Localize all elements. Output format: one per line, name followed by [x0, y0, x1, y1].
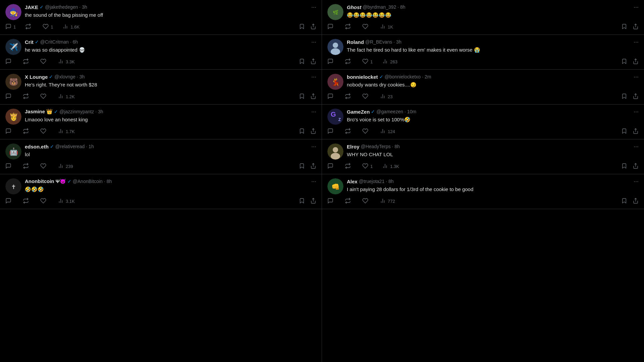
views-action[interactable]: 23: [380, 93, 392, 100]
more-button[interactable]: ···: [634, 74, 639, 80]
bookmark-icon: [299, 58, 305, 65]
retweet-action[interactable]: [345, 58, 353, 65]
retweet-icon: [345, 93, 351, 100]
bookmark-action[interactable]: [299, 93, 305, 100]
retweet-action[interactable]: [23, 93, 31, 100]
reply-action[interactable]: [327, 58, 335, 65]
views-action[interactable]: 1.7K: [58, 128, 75, 135]
share-action[interactable]: [633, 128, 639, 135]
more-button[interactable]: ···: [311, 109, 316, 115]
retweet-action[interactable]: [25, 23, 33, 31]
retweet-icon: [345, 23, 351, 31]
like-action[interactable]: [40, 198, 48, 205]
share-action[interactable]: [633, 93, 639, 100]
views-icon: [58, 93, 64, 100]
retweet-action[interactable]: [345, 198, 353, 205]
share-action[interactable]: [310, 163, 316, 170]
more-button[interactable]: ···: [634, 109, 639, 115]
bookmark-action[interactable]: [299, 128, 305, 135]
more-button[interactable]: ···: [634, 143, 639, 149]
views-action[interactable]: 1K: [380, 23, 393, 31]
tweet-header: 🐻 X Lounge ✓ @xlovnge · 3h ··· He's righ…: [5, 74, 316, 90]
tweet-xlounge: 🐻 X Lounge ✓ @xlovnge · 3h ··· He's righ…: [0, 70, 322, 105]
bookmark-action[interactable]: [621, 58, 627, 65]
bookmark-action[interactable]: [621, 163, 627, 170]
share-action[interactable]: [310, 93, 316, 100]
bookmark-action[interactable]: [299, 163, 305, 170]
avatar: 🧙: [5, 4, 21, 20]
bookmark-action[interactable]: [621, 128, 627, 135]
like-action[interactable]: [362, 198, 370, 205]
reply-action[interactable]: [327, 23, 335, 31]
views-action[interactable]: 1.6K: [62, 23, 79, 31]
like-action[interactable]: [40, 163, 48, 170]
reply-action[interactable]: [327, 163, 335, 170]
reply-action[interactable]: [5, 58, 13, 65]
share-action[interactable]: [633, 23, 639, 31]
views-action[interactable]: 3.1K: [58, 198, 75, 205]
like-action[interactable]: [40, 58, 48, 65]
share-action[interactable]: [633, 198, 639, 205]
more-button[interactable]: ···: [311, 178, 316, 184]
retweet-action[interactable]: [23, 163, 31, 170]
views-action[interactable]: 3.3K: [58, 58, 75, 65]
more-button[interactable]: ···: [311, 4, 316, 10]
tweet-content: nobody wants dry cookies....😏: [347, 81, 639, 89]
reply-action[interactable]: [327, 198, 335, 205]
views-action[interactable]: 772: [380, 198, 395, 205]
share-action[interactable]: [633, 163, 639, 170]
handle: @truejota21: [359, 179, 384, 184]
bookmark-action[interactable]: [299, 58, 305, 65]
reply-action[interactable]: [327, 128, 335, 135]
like-action[interactable]: [362, 23, 370, 31]
more-button[interactable]: ···: [634, 178, 639, 184]
share-icon: [633, 163, 639, 170]
reply-action[interactable]: [5, 198, 13, 205]
share-action[interactable]: [633, 58, 639, 65]
retweet-action[interactable]: [23, 58, 31, 65]
more-button[interactable]: ···: [634, 4, 639, 10]
username: Crit: [25, 39, 34, 45]
like-action[interactable]: [362, 93, 370, 100]
like-action[interactable]: [362, 128, 370, 135]
bookmark-action[interactable]: [299, 23, 305, 31]
retweet-action[interactable]: [23, 198, 31, 205]
reply-action[interactable]: [5, 93, 13, 100]
tweet-content: He's right. They're not worth $28: [25, 81, 316, 89]
views-action[interactable]: 1.3K: [382, 163, 399, 170]
share-action[interactable]: [310, 128, 316, 135]
like-action[interactable]: 1: [43, 23, 53, 31]
more-button[interactable]: ···: [311, 143, 316, 149]
retweet-action[interactable]: [23, 128, 31, 135]
bookmark-action[interactable]: [621, 198, 627, 205]
bookmark-action[interactable]: [621, 23, 627, 31]
like-action[interactable]: 1: [362, 58, 373, 65]
bookmark-action[interactable]: [621, 93, 627, 100]
views-action[interactable]: 263: [382, 58, 397, 65]
retweet-action[interactable]: [345, 23, 353, 31]
like-icon: [362, 198, 368, 205]
like-action[interactable]: 1: [362, 163, 373, 170]
more-button[interactable]: ···: [634, 39, 639, 45]
retweet-action[interactable]: [345, 93, 353, 100]
avatar: [327, 143, 343, 160]
more-button[interactable]: ···: [311, 74, 316, 80]
reply-action[interactable]: 1: [5, 23, 16, 31]
reply-action[interactable]: [327, 93, 335, 100]
reply-action[interactable]: [5, 163, 13, 170]
retweet-action[interactable]: [345, 128, 353, 135]
bookmark-action[interactable]: [299, 198, 305, 205]
retweet-action[interactable]: [345, 163, 353, 170]
tweet-time: 3h: [79, 74, 85, 79]
views-action[interactable]: 239: [58, 163, 73, 170]
like-action[interactable]: [40, 93, 48, 100]
views-action[interactable]: 124: [380, 128, 395, 135]
more-button[interactable]: ···: [311, 39, 316, 45]
tweet-top-row: Crit ✓ @CritCritman · 6h ···: [25, 39, 316, 45]
like-action[interactable]: [40, 128, 48, 135]
share-action[interactable]: [310, 58, 316, 65]
views-action[interactable]: 1.2K: [58, 93, 75, 100]
reply-action[interactable]: [5, 128, 13, 135]
share-action[interactable]: [310, 198, 316, 205]
share-action[interactable]: [310, 23, 316, 31]
